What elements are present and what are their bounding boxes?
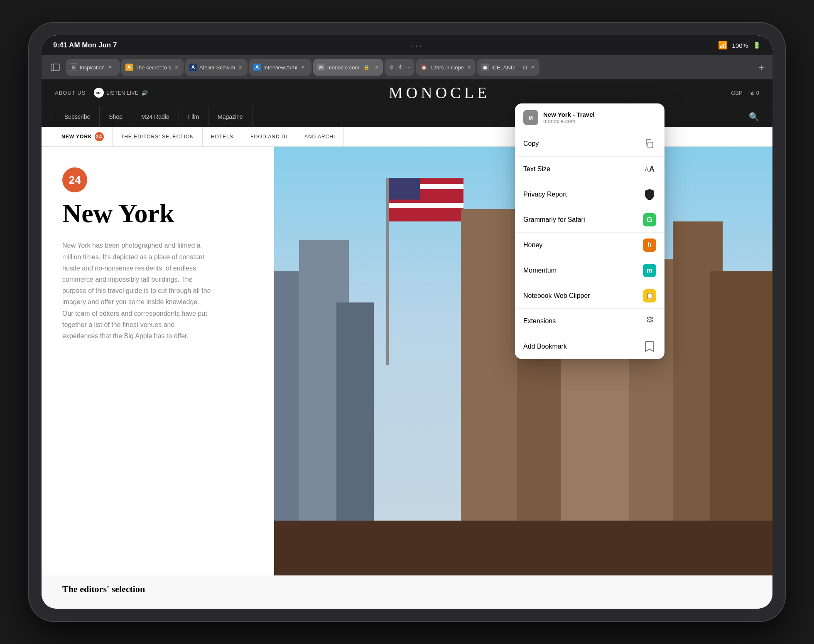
nav-subscribe[interactable]: Subscribe: [55, 106, 100, 127]
dropdown-privacy-label: Privacy Report: [523, 191, 567, 198]
article-left: 24 New York New York has been photograph…: [42, 147, 274, 575]
tab-close-12hrs[interactable]: ✕: [467, 64, 471, 70]
shield-icon: [643, 188, 656, 201]
sub-nav-newyork[interactable]: NEW YORK 24: [53, 127, 113, 147]
tab-favicon-iceland: ◉: [481, 64, 489, 71]
tab-inspiration[interactable]: ⊞ Inspiration ✕: [66, 59, 120, 76]
sub-nav-editors[interactable]: THE EDITORS' SELECTION: [113, 127, 203, 147]
tab-close-monocle[interactable]: ✕: [375, 64, 379, 70]
text-size-large: A: [649, 165, 655, 174]
svg-rect-3: [386, 178, 389, 365]
dropdown-momentum-item[interactable]: Momentum m: [515, 258, 664, 283]
monocle-left-nav: ABOUT US M24 LISTEN LIVE 🔊: [55, 88, 148, 98]
status-bar: 9:41 AM Mon Jun 7 ··· 📶 100% 🔋: [42, 35, 772, 55]
search-icon[interactable]: 🔍: [749, 112, 759, 122]
sidebar-toggle-button[interactable]: [47, 61, 64, 74]
sub-nav-newyork-badge: 24: [95, 132, 104, 141]
dropdown-site-favicon: M: [523, 110, 538, 125]
dropdown-site-url: monocle.com: [543, 118, 595, 124]
tab-12hrs[interactable]: ⏰ 12hrs in Cope ✕: [416, 59, 476, 76]
tab-close-atelier[interactable]: ✕: [238, 64, 243, 70]
sub-nav-hotels[interactable]: HOTELS: [203, 127, 242, 147]
svg-rect-27: [648, 142, 653, 148]
tab-label-12hrs: 12hrs in Cope: [430, 64, 464, 71]
notebook-icon: 📋: [643, 289, 656, 302]
nav-m24radio[interactable]: M24 Radio: [132, 106, 179, 127]
currency-label[interactable]: GBP: [731, 90, 742, 96]
tab-favicon-atelier: A: [189, 64, 197, 71]
tab-close-secret[interactable]: ✕: [174, 64, 179, 70]
tab-favicon-secret: A: [125, 64, 133, 71]
article-body: New York has been photographed and filme…: [62, 240, 212, 342]
text-size-icon: A A: [643, 162, 656, 176]
ipad-frame: 9:41 AM Mon Jun 7 ··· 📶 100% 🔋 ⊞ Inspira…: [29, 23, 785, 621]
dropdown-notebook-item[interactable]: Notebook Web Clipper 📋: [515, 283, 664, 309]
svg-rect-13: [461, 209, 523, 575]
dropdown-honey-item[interactable]: Honey h: [515, 233, 664, 258]
momentum-letter: m: [647, 267, 652, 274]
dropdown-notebook-label: Notebook Web Clipper: [523, 292, 590, 300]
tab-secret[interactable]: A The secret to s ✕: [121, 59, 184, 76]
honey-icon: h: [643, 238, 656, 252]
tab-close-iceland[interactable]: ✕: [531, 64, 535, 70]
cart-icon: 🛍: [749, 90, 755, 96]
text-size-small: A: [645, 166, 649, 173]
ipad-screen: 9:41 AM Mon Jun 7 ··· 📶 100% 🔋 ⊞ Inspira…: [42, 35, 772, 609]
bookmark-icon: [643, 340, 656, 353]
dropdown-extensions-item[interactable]: Extensions: [515, 309, 664, 334]
copy-icon: [643, 137, 656, 150]
tab-close-interview[interactable]: ✕: [301, 64, 305, 70]
tab-label-secret: The secret to s: [135, 64, 171, 71]
dropdown-bookmark-item[interactable]: Add Bookmark: [515, 334, 664, 359]
sub-nav-food[interactable]: FOOD AND DI: [242, 127, 296, 147]
cart-count: 0: [756, 90, 759, 96]
svg-rect-9: [389, 178, 420, 200]
dropdown-honey-label: Honey: [523, 241, 542, 249]
article-title: New York: [62, 199, 253, 228]
tab-favicon-monocle: M: [317, 64, 325, 71]
m24-label: LISTEN LIVE: [106, 90, 138, 96]
tab-interview[interactable]: A Interview Armi ✕: [249, 59, 311, 76]
tab-label-monocle: monocle.com: [327, 64, 359, 71]
honey-letter: h: [647, 241, 652, 249]
tab-monocle[interactable]: M monocle.com 🔒 ✕: [313, 59, 383, 76]
dropdown-privacy-item[interactable]: Privacy Report: [515, 182, 664, 207]
dropdown-grammarly-label: Grammarly for Safari: [523, 216, 585, 224]
dropdown-site-info: New York - Travel monocle.com: [543, 111, 595, 124]
tab-atelier[interactable]: A Atelier Schwim ✕: [185, 59, 248, 76]
momentum-icon: m: [643, 264, 656, 277]
sub-nav-newyork-label: NEW YORK: [61, 134, 92, 140]
article-badge-number: 24: [69, 174, 81, 187]
dropdown-textsize-item[interactable]: Text Size A A: [515, 157, 664, 182]
monocle-about-link[interactable]: ABOUT US: [55, 90, 86, 96]
tab-extensions-group[interactable]: ⚙ 4 ···: [385, 59, 414, 76]
extensions-more-icon: ···: [406, 64, 410, 70]
article-badge: 24: [62, 167, 87, 192]
dropdown-copy-label: Copy: [523, 140, 539, 147]
dropdown-copy-item[interactable]: Copy: [515, 131, 664, 157]
new-tab-button[interactable]: +: [755, 61, 767, 73]
article-bottom: The editors' selection: [42, 575, 772, 609]
extensions-count: 4: [396, 64, 405, 71]
svg-rect-24: [274, 521, 772, 575]
status-time: 9:41 AM Mon Jun 7: [53, 41, 117, 49]
battery-level: 100%: [732, 42, 748, 49]
dropdown-extensions-label: Extensions: [523, 317, 556, 325]
svg-text:M: M: [529, 115, 533, 121]
extensions-puzzle-icon: ⚙: [389, 64, 394, 71]
monocle-m24-section[interactable]: M24 LISTEN LIVE 🔊: [94, 88, 147, 98]
tab-iceland[interactable]: ◉ ICELAND — O ✕: [477, 59, 539, 76]
monocle-top-nav: ABOUT US M24 LISTEN LIVE 🔊 MONOCLE GBP 🛍…: [42, 79, 772, 106]
battery-icon: 🔋: [753, 42, 761, 49]
nav-shop[interactable]: Shop: [100, 106, 132, 127]
audio-icon: 🔊: [141, 90, 148, 96]
cart-section[interactable]: 🛍 0: [749, 90, 759, 96]
dropdown-grammarly-item[interactable]: Grammarly for Safari G: [515, 207, 664, 233]
dropdown-header: M New York - Travel monocle.com: [515, 103, 664, 131]
nav-film[interactable]: Film: [179, 106, 208, 127]
sub-nav-archi[interactable]: AND ARCHI: [296, 127, 344, 147]
nav-magazine[interactable]: Magazine: [208, 106, 253, 127]
tab-close-inspiration[interactable]: ✕: [108, 64, 112, 70]
editors-selection-title: The editors' selection: [62, 584, 145, 595]
grammarly-icon: G: [643, 213, 656, 226]
